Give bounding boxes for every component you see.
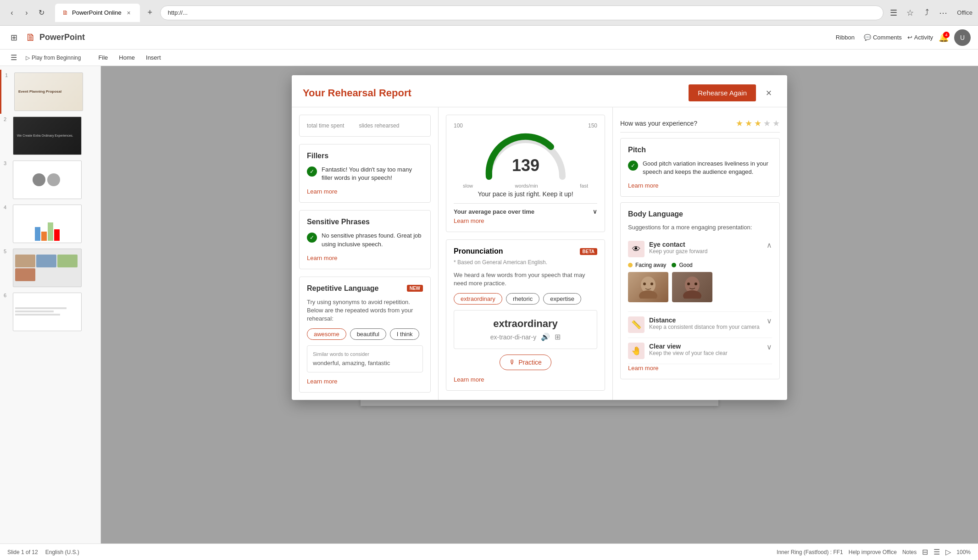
view-slideshow-button[interactable]: ▷ (945, 548, 951, 556)
fillers-card: Fillers ✓ Fantastic! You didn't say too … (299, 144, 431, 203)
tab-close-button[interactable]: × (125, 9, 133, 17)
ribbon-button[interactable]: Ribbon (832, 32, 858, 43)
slide-num-5: 5 (4, 249, 10, 254)
slide-2-title: We Create Extra Ordinary Experiences. (17, 133, 78, 138)
star-3[interactable]: ★ (754, 118, 761, 128)
browser-tab[interactable]: 🗎 PowerPoint Online × (55, 4, 140, 22)
good-dot (672, 263, 676, 267)
eye-contact-header[interactable]: 👁 Eye contact Keep your gaze forward ∧ (628, 241, 772, 257)
sidebar-toggle[interactable]: ☰ (7, 51, 20, 64)
svg-text:139: 139 (511, 156, 539, 175)
address-bar[interactable]: http://... (160, 6, 884, 20)
new-tab-button[interactable]: + (144, 6, 156, 19)
word-box: extraordinary ex-traor-di-nar-y 🔊 ⊞ (454, 310, 597, 349)
star-button[interactable]: ☆ (904, 6, 917, 19)
rehearse-again-button[interactable]: Rehearse Again (689, 84, 756, 101)
pitch-text: Good pitch variation increases livelines… (643, 160, 772, 176)
star-rating[interactable]: ★ ★ ★ ★ ★ (736, 118, 780, 128)
rehearsal-modal: Your Rehearsal Report Rehearse Again × (292, 75, 787, 400)
tag-i-think[interactable]: I think (390, 328, 420, 340)
activity-button[interactable]: ↩ Activity (907, 34, 933, 41)
app-bar: ⊞ 🗎 PowerPoint Ribbon 💬 Comments ↩ Activ… (0, 26, 978, 50)
slide-content-area: al Your Rehearsal Report Rehearse Again … (101, 66, 978, 543)
word-tag-expertise[interactable]: expertise (543, 293, 581, 305)
distance-header[interactable]: 📏 Distance Keep a consistent distance fr… (628, 316, 772, 333)
play-icon: ▷ (26, 55, 30, 61)
star-1[interactable]: ★ (736, 118, 743, 128)
slide-item-6[interactable]: 6 (0, 290, 100, 334)
menu-file[interactable]: File (94, 52, 112, 63)
modal-title: Your Rehearsal Report (303, 87, 411, 99)
view-outline-button[interactable]: ☰ (934, 548, 940, 556)
slide-item-5[interactable]: 5 (0, 246, 100, 290)
sensitive-success-icon: ✓ (307, 233, 317, 243)
pronunciation-learn-more[interactable]: Learn more (454, 376, 484, 383)
eye-contact-details: Facing away Good (628, 257, 772, 307)
slide-item-4[interactable]: 4 (0, 202, 100, 246)
bell-badge: 4 (943, 32, 950, 38)
pronunciation-description: We heard a few words from your speech th… (454, 271, 597, 288)
language-info: English (U.S.) (45, 549, 79, 555)
comments-button[interactable]: 💬 Comments (864, 34, 902, 41)
play-from-beginning-small[interactable]: ▷ Play from Beginning (22, 51, 84, 64)
tag-awesome[interactable]: awesome (307, 328, 346, 340)
distance-chevron-down: ∨ (767, 316, 772, 325)
pace-avg-toggle[interactable]: Your average pace over time ∨ (454, 208, 597, 215)
distance-title: Distance (649, 316, 760, 324)
word-main: extraordinary (461, 318, 589, 330)
eye-contact-subtitle: Keep your gaze forward (649, 248, 707, 255)
svg-point-2 (639, 290, 657, 299)
clear-view-subtitle: Keep the view of your face clear (649, 350, 728, 356)
practice-button[interactable]: 🎙 Practice (500, 355, 551, 370)
slide-item-3[interactable]: 3 (0, 158, 100, 202)
clear-view-chevron-down: ∨ (767, 343, 772, 351)
repetitive-learn-more[interactable]: Learn more (307, 378, 337, 385)
word-tag-rhetoric[interactable]: rhetoric (506, 293, 539, 305)
fillers-learn-more[interactable]: Learn more (307, 188, 337, 195)
pronunciation-badge: BETA (580, 248, 597, 255)
modal-close-button[interactable]: × (761, 86, 776, 100)
body-language-learn-more[interactable]: Learn more (628, 365, 658, 371)
svg-point-3 (643, 283, 646, 285)
slide-thumb-1: Event Planning Proposal (14, 72, 83, 111)
words-min-label: words/min (515, 183, 538, 189)
pace-learn-more[interactable]: Learn more (454, 217, 484, 224)
slide-num-1: 1 (5, 72, 11, 78)
grid-menu-button[interactable]: ⊞ (7, 31, 20, 44)
slide-item-2[interactable]: 2 We Create Extra Ordinary Experiences. (0, 114, 100, 158)
menu-home[interactable]: Home (114, 52, 139, 63)
pitch-learn-more[interactable]: Learn more (628, 182, 658, 189)
star-2[interactable]: ★ (745, 118, 752, 128)
refresh-button[interactable]: ↻ (35, 6, 48, 19)
menu-insert[interactable]: Insert (141, 52, 166, 63)
back-button[interactable]: ‹ (6, 6, 18, 19)
comment-icon: 💬 (864, 34, 871, 41)
slide-num-4: 4 (4, 205, 10, 210)
help-improve-button[interactable]: Help improve Office (849, 549, 897, 555)
share-button[interactable]: ⤴ (920, 6, 933, 19)
body-item-distance: 📏 Distance Keep a consistent distance fr… (628, 312, 772, 338)
inner-ring-info: Inner Ring (Fastfood) : FF1 (777, 549, 843, 555)
office-label: Office (957, 9, 972, 16)
slide-item-1[interactable]: 1 Event Planning Proposal (0, 70, 100, 114)
powerpoint-icon: 🗎 (26, 32, 36, 44)
word-tag-extraordinary[interactable]: extraordinary (454, 293, 502, 305)
avatar[interactable]: U (954, 29, 971, 46)
clear-view-header[interactable]: 🤚 Clear view Keep the view of your face … (628, 343, 772, 359)
tag-beautiful[interactable]: beautiful (350, 328, 386, 340)
word-phonetic: ex-traor-di-nar-y 🔊 ⊞ (461, 333, 589, 341)
pace-gauge-section: 100 150 1 (446, 115, 605, 232)
view-normal-button[interactable]: ⊟ (922, 548, 928, 556)
hamburger-button[interactable]: ☰ (887, 6, 900, 19)
notes-button[interactable]: Notes (902, 549, 917, 555)
time-label: total time spent (307, 122, 344, 129)
speaker-icon[interactable]: 🔊 (541, 333, 550, 341)
forward-button[interactable]: › (20, 6, 33, 19)
star-4[interactable]: ★ (763, 118, 771, 128)
good-label: Good (679, 262, 692, 268)
info-icon[interactable]: ⊞ (555, 333, 561, 341)
slide-num-2: 2 (4, 116, 10, 122)
dots-button[interactable]: ⋯ (937, 6, 950, 19)
star-5[interactable]: ★ (772, 118, 780, 128)
sensitive-learn-more[interactable]: Learn more (307, 255, 337, 261)
